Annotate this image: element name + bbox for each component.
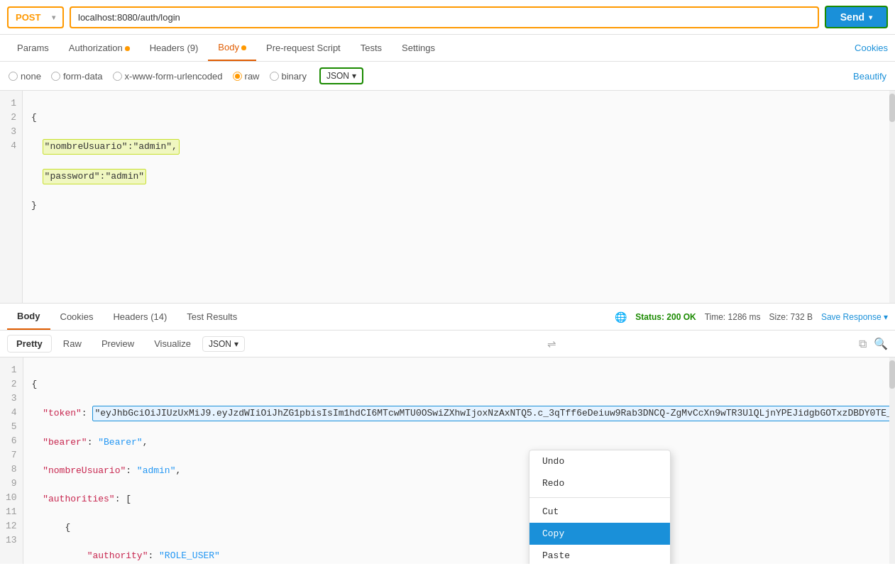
body-dot [241,45,246,50]
menu-copy[interactable]: Copy [529,523,670,545]
copy-response-icon[interactable]: ⧉ [859,338,867,350]
radio-binary [270,72,279,81]
body-type-urlencoded[interactable]: x-www-form-urlencoded [113,71,223,82]
req-highlighted-box-2: "password":"admin" [43,169,146,184]
response-time: Time: 1286 ms [705,312,761,322]
json-arrow-icon: ▾ [352,71,356,81]
menu-paste[interactable]: Paste [529,545,670,564]
menu-undo[interactable]: Undo [529,450,670,472]
resp-json-label: JSON [209,339,231,349]
response-tabs-bar: Body Cookies Headers (14) Test Results 🌐… [0,304,895,331]
req-line-3: "password":"admin" [31,169,886,184]
response-json-selector[interactable]: JSON ▾ [202,336,245,352]
req-line-2: "nombreUsuario":"admin", [31,139,886,155]
method-selector[interactable]: POST ▾ [7,6,64,28]
body-type-raw[interactable]: raw [233,71,260,82]
top-bar: POST ▾ Send ▾ [0,0,895,35]
response-editor[interactable]: 1 2 3 4 5 6 7 8 9 10 11 12 13 { "token":… [0,357,895,564]
resp-line-3: "bearer": "Bearer", [32,436,886,450]
context-menu: Undo Redo Cut Copy Paste Select All Enco… [529,450,671,564]
tab-pre-request-script[interactable]: Pre-request Script [256,35,351,60]
json-label: JSON [326,71,349,81]
req-line-4: } [31,199,886,213]
tab-headers[interactable]: Headers (9) [140,35,209,60]
format-pretty[interactable]: Pretty [7,335,52,353]
tab-authorization[interactable]: Authorization [59,35,140,60]
tab-params[interactable]: Params [7,35,59,60]
filter-icon[interactable]: ⇌ [547,338,556,350]
response-meta: 🌐 Status: 200 OK Time: 1286 ms Size: 732… [615,311,888,323]
format-raw[interactable]: Raw [55,335,90,352]
resp-json-arrow: ▾ [234,339,238,349]
format-visualize[interactable]: Visualize [145,335,199,352]
resp-tab-test-results[interactable]: Test Results [177,304,247,329]
beautify-button[interactable]: Beautify [853,71,886,82]
send-button[interactable]: Send ▾ [825,6,888,28]
resp-line-2: "token": "eyJhbGciOiJIUzUxMiJ9.eyJzdWIiO… [32,406,886,421]
authorization-dot [125,46,130,51]
req-line-1: { [31,111,886,125]
request-line-numbers: 1 2 3 4 [0,91,23,303]
resp-line-4: "nombreUsuario": "admin", [32,464,886,478]
menu-divider-1 [529,497,670,498]
response-scrollbar[interactable] [889,357,895,564]
token-highlight: "eyJhbGciOiJIUzUxMiJ9.eyJzdWIiOiJhZG1pbi… [92,406,895,421]
tab-tests[interactable]: Tests [351,35,392,60]
json-format-selector[interactable]: JSON ▾ [319,67,363,84]
resp-tab-cookies[interactable]: Cookies [50,304,104,329]
response-line-numbers: 1 2 3 4 5 6 7 8 9 10 11 12 13 [0,357,23,564]
resp-tab-headers[interactable]: Headers (14) [103,304,177,329]
menu-cut[interactable]: Cut [529,501,670,523]
response-size: Size: 732 B [769,312,813,322]
resp-line-1: { [32,377,886,392]
url-input[interactable] [70,6,819,28]
radio-none [9,72,18,81]
resp-line-5: "authorities": [ [32,492,886,506]
request-editor[interactable]: 1 2 3 4 { "nombreUsuario":"admin", "pass… [0,91,895,304]
body-type-none[interactable]: none [9,71,41,82]
format-preview[interactable]: Preview [93,335,143,352]
radio-urlencoded [113,72,122,81]
resp-line-6: { [32,521,886,535]
body-type-form-data[interactable]: form-data [51,71,103,82]
response-section: Body Cookies Headers (14) Test Results 🌐… [0,304,895,564]
resp-line-7: "authority": "ROLE_USER" [32,549,886,563]
response-code: { "token": "eyJhbGciOiJIUzUxMiJ9.eyJzdWI… [23,357,895,564]
response-format-bar: Pretty Raw Preview Visualize JSON ▾ ⇌ ⧉ … [0,331,895,357]
tab-settings[interactable]: Settings [392,35,445,60]
format-icons: ⇌ [547,338,556,350]
search-response-icon[interactable]: 🔍 [874,337,888,350]
editor-scrollbar[interactable] [889,91,895,303]
req-highlighted-box: "nombreUsuario":"admin", [43,139,180,155]
body-type-binary[interactable]: binary [270,71,307,82]
body-type-bar: none form-data x-www-form-urlencoded raw… [0,62,895,91]
response-scroll-thumb[interactable] [889,360,895,389]
method-label: POST [16,12,40,23]
menu-redo[interactable]: Redo [529,472,670,494]
radio-form-data [51,72,60,81]
radio-raw [233,72,242,81]
globe-icon: 🌐 [615,311,627,323]
send-dropdown-icon: ▾ [869,13,872,21]
editor-scroll-thumb[interactable] [889,94,895,122]
cookies-link[interactable]: Cookies [855,43,888,53]
status-badge: Status: 200 OK [635,312,696,322]
send-label: Send [840,11,864,23]
resp-tab-body[interactable]: Body [7,304,50,330]
save-response-button[interactable]: Save Response ▾ [821,312,888,322]
request-code-content[interactable]: { "nombreUsuario":"admin", "password":"a… [23,91,895,303]
method-arrow-icon: ▾ [52,13,55,21]
request-tabs-bar: Params Authorization Headers (9) Body Pr… [0,35,895,62]
tab-body[interactable]: Body [208,35,256,61]
